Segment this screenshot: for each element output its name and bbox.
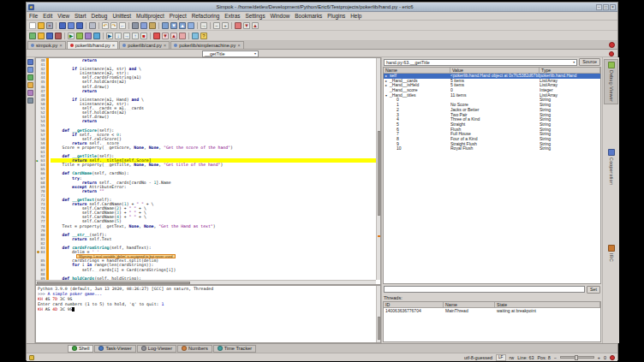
scrollbar-thumb[interactable] (378, 131, 380, 215)
eol-indicator[interactable]: LF (496, 354, 506, 361)
debug-script-button[interactable] (75, 32, 84, 40)
editor-tab[interactable]: pokerlib/card.py× (119, 41, 170, 49)
new-button[interactable] (28, 21, 37, 30)
bookmark-prev-button[interactable]: ▲ (251, 21, 259, 30)
clear-breakpoints-button[interactable] (178, 32, 187, 40)
bottom-tab-shell[interactable]: Shell (68, 345, 93, 353)
shell-vertical-scrollbar[interactable] (376, 286, 380, 342)
editor-tab[interactable]: pokerlib/simplemachine.py× (170, 41, 243, 49)
editor-tab[interactable]: pokerlib/hand.py× (67, 41, 119, 49)
editor-vertical-scrollbar[interactable] (376, 58, 380, 280)
threads-column-header[interactable]: ID (384, 302, 444, 307)
locals-row[interactable]: 10Royal FlushString (384, 146, 600, 151)
maximize-button[interactable]: □ (603, 4, 609, 10)
menu-plugins[interactable]: Plugins (327, 13, 345, 19)
search-button[interactable] (161, 21, 170, 30)
title-bar[interactable]: e Simpok - /home/detlev/Development/Pyth… (27, 3, 617, 12)
variables-filter-input[interactable] (384, 286, 585, 293)
encoding-indicator[interactable]: utf-8-guessed (464, 355, 492, 360)
menu-bookmarks[interactable]: Bookmarks (295, 13, 322, 19)
sidebar-tab-debug-viewer[interactable]: Debug-Viewer (604, 59, 618, 104)
thread-row[interactable]: 140063636776704MainThreadwaiting at brea… (384, 308, 600, 313)
minimize-button[interactable]: − (596, 4, 602, 10)
menu-settings[interactable]: Settings (245, 13, 265, 19)
call-stack-combo[interactable]: hand.py:63.__getTitle ▾ (384, 59, 577, 66)
goto-line-button[interactable]: → (200, 21, 208, 30)
project-viewer-icon[interactable] (27, 59, 33, 65)
zoom-in-button[interactable]: + (598, 355, 600, 360)
code-editor[interactable]: 40 return4142 if isinstance(a1, str) and… (35, 57, 381, 285)
copy-button[interactable] (140, 21, 148, 30)
open-button[interactable] (37, 21, 45, 30)
tab-bar-close-indicator[interactable] (609, 42, 615, 48)
multiproject-viewer-icon[interactable] (27, 67, 33, 73)
new-project-button[interactable] (28, 32, 37, 40)
replace-button[interactable] (187, 21, 195, 30)
save-project-button[interactable] (45, 32, 54, 40)
menu-multiproject[interactable]: Multiproject (136, 13, 164, 19)
menu-window[interactable]: Window (271, 13, 290, 19)
threads-column-header[interactable]: Name (444, 302, 495, 307)
bottom-tab-log-viewer[interactable]: Log-Viewer (137, 345, 176, 353)
template-viewer-icon[interactable] (27, 74, 33, 80)
undo-button[interactable]: ↶ (101, 21, 110, 30)
save-as-button[interactable] (67, 21, 75, 30)
menu-edit[interactable]: Edit (43, 13, 52, 19)
sidebar-tab-cooperation[interactable]: Cooperation (604, 146, 618, 187)
cut-button[interactable] (131, 21, 140, 30)
editor-horizontal-scrollbar[interactable] (36, 280, 376, 284)
save-button[interactable] (58, 21, 67, 30)
threads-column-header[interactable]: State (495, 302, 600, 307)
menu-view[interactable]: View (57, 13, 69, 19)
bookmark-next-button[interactable]: ▼ (242, 21, 251, 30)
menu-file[interactable]: File (29, 13, 38, 19)
menu-refactoring[interactable]: Refactoring (192, 13, 220, 19)
step-into-button[interactable]: ↓ (114, 32, 122, 40)
numbers-viewer-icon[interactable] (27, 98, 33, 104)
symbols-icon[interactable] (27, 90, 33, 96)
locals-column-header[interactable]: Value (450, 68, 540, 73)
source-button[interactable]: Source (579, 58, 600, 66)
search-next-button[interactable]: ▼ (170, 21, 178, 30)
close-tab-icon[interactable]: × (164, 43, 167, 48)
zoom-in-button[interactable]: + (221, 21, 230, 30)
editor-tab[interactable]: simpok.py× (27, 41, 66, 49)
search-prev-button[interactable]: ▲ (178, 21, 187, 30)
bookmark-toggle-button[interactable] (234, 21, 242, 30)
close-tab-icon[interactable]: × (112, 43, 116, 48)
readwrite-indicator[interactable]: rw (510, 355, 515, 360)
documentation-button[interactable]: ? (200, 32, 208, 40)
bottom-tab-task-viewer[interactable]: Task-Viewer (94, 345, 135, 353)
print-button[interactable] (88, 21, 97, 30)
zoom-out-button[interactable]: − (554, 355, 557, 360)
unittest-button[interactable] (191, 32, 200, 40)
bottom-tab-numbers[interactable]: Numbers (177, 345, 212, 353)
continue-button[interactable]: ▶ (105, 32, 114, 40)
python-shell[interactable]: Python 3.9.0 (default, Jun 13 2020, 08:2… (35, 285, 381, 343)
previous-breakpoint-button[interactable]: ▲ (170, 32, 178, 40)
close-project-button[interactable] (54, 32, 63, 40)
zoom-out-button[interactable]: − (212, 21, 221, 30)
menu-help[interactable]: Help (350, 13, 361, 19)
menu-extras[interactable]: Extras (224, 13, 240, 19)
symbol-navigator-combo[interactable]: __getTitle ▾ (202, 50, 259, 57)
sidebar-tab-irc[interactable]: IRC (604, 242, 618, 264)
close-tab-icon[interactable]: × (237, 43, 241, 48)
profile-script-button[interactable] (84, 32, 92, 40)
check-script-button[interactable] (92, 32, 101, 40)
locals-column-header[interactable]: Name (384, 68, 450, 73)
bottom-tab-time-tracker[interactable]: Time Tracker (213, 345, 256, 353)
paste-button[interactable] (148, 21, 157, 30)
scrollbar-thumb[interactable] (378, 317, 380, 339)
step-out-button[interactable]: ↑ (131, 32, 140, 40)
menu-project[interactable]: Project (170, 13, 187, 19)
revert-button[interactable]: ← (118, 21, 127, 30)
stop-debug-button[interactable]: ■ (140, 32, 148, 40)
menu-start[interactable]: Start (75, 13, 86, 19)
close-file-button[interactable]: × (45, 21, 54, 30)
locals-column-header[interactable]: Type (540, 68, 600, 73)
menu-unittest[interactable]: Unittest (112, 13, 131, 19)
file-browser-icon[interactable] (27, 82, 33, 88)
scrollbar-thumb[interactable] (37, 282, 190, 284)
step-over-button[interactable]: → (122, 32, 131, 40)
